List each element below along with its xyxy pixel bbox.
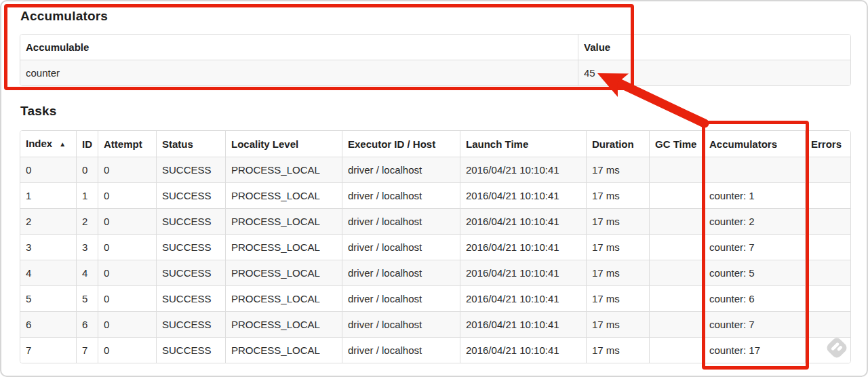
table-cell: counter: 2 bbox=[703, 208, 805, 234]
spark-stage-detail-page: Accumulators AccumulableValue counter45 … bbox=[0, 0, 868, 377]
table-cell: 17 ms bbox=[586, 260, 649, 285]
table-cell bbox=[805, 157, 850, 182]
table-cell bbox=[703, 157, 805, 182]
table-cell: PROCESS_LOCAL bbox=[225, 337, 342, 363]
table-cell: driver / localhost bbox=[342, 157, 460, 182]
column-header-label: Value bbox=[584, 41, 610, 53]
table-header-row: Index▲IDAttemptStatusLocality LevelExecu… bbox=[20, 131, 850, 157]
table-cell: 2 bbox=[20, 208, 76, 234]
column-header-attempt[interactable]: Attempt bbox=[98, 131, 156, 157]
table-cell: 2016/04/21 10:10:41 bbox=[460, 208, 586, 234]
table-row: 110SUCCESSPROCESS_LOCALdriver / localhos… bbox=[20, 182, 850, 208]
table-cell: driver / localhost bbox=[342, 285, 460, 311]
table-cell bbox=[649, 234, 703, 260]
table-cell: 0 bbox=[98, 234, 156, 260]
table-cell: 1 bbox=[76, 182, 98, 208]
table-cell: 0 bbox=[98, 260, 156, 285]
table-cell: counter bbox=[20, 60, 578, 85]
column-header-label: Locality Level bbox=[231, 138, 298, 150]
table-cell: SUCCESS bbox=[156, 234, 225, 260]
table-cell: 17 ms bbox=[586, 208, 649, 234]
table-row: 440SUCCESSPROCESS_LOCALdriver / localhos… bbox=[20, 260, 850, 285]
table-cell: 3 bbox=[20, 234, 76, 260]
tasks-section-heading: Tasks bbox=[20, 104, 56, 119]
table-cell: 45 bbox=[578, 60, 850, 85]
table-cell: 4 bbox=[76, 260, 98, 285]
table-row: 000SUCCESSPROCESS_LOCALdriver / localhos… bbox=[20, 157, 850, 182]
table-cell: PROCESS_LOCAL bbox=[225, 182, 342, 208]
table-cell: 4 bbox=[20, 260, 76, 285]
column-header-status[interactable]: Status bbox=[156, 131, 225, 157]
table-cell: 2016/04/21 10:10:41 bbox=[460, 182, 586, 208]
column-header-label: Index bbox=[26, 138, 52, 149]
table-cell: counter: 5 bbox=[703, 260, 805, 285]
table-cell: 1 bbox=[20, 182, 76, 208]
table-cell: SUCCESS bbox=[156, 208, 225, 234]
table-cell: 17 ms bbox=[586, 311, 649, 337]
table-header-row: AccumulableValue bbox=[20, 35, 850, 60]
table-cell: SUCCESS bbox=[156, 311, 225, 337]
column-header-duration[interactable]: Duration bbox=[586, 131, 649, 157]
table-cell: counter: 1 bbox=[703, 182, 805, 208]
column-header-executor-id-host[interactable]: Executor ID / Host bbox=[342, 131, 460, 157]
table-cell bbox=[649, 311, 703, 337]
table-cell bbox=[649, 260, 703, 285]
column-header-locality-level[interactable]: Locality Level bbox=[225, 131, 342, 157]
table-cell: driver / localhost bbox=[342, 182, 460, 208]
column-header-label: Launch Time bbox=[466, 138, 528, 150]
table-cell: 2016/04/21 10:10:41 bbox=[460, 311, 586, 337]
table-cell: 5 bbox=[76, 285, 98, 311]
table-cell bbox=[649, 157, 703, 182]
feedly-icon[interactable] bbox=[825, 336, 849, 360]
table-cell: driver / localhost bbox=[342, 260, 460, 285]
table-cell: 2016/04/21 10:10:41 bbox=[460, 337, 586, 363]
accumulators-section-heading: Accumulators bbox=[20, 9, 108, 24]
table-cell bbox=[805, 260, 850, 285]
table-cell: SUCCESS bbox=[156, 285, 225, 311]
table-cell: 0 bbox=[76, 157, 98, 182]
column-header-accumulable: Accumulable bbox=[20, 35, 578, 60]
table-cell bbox=[649, 285, 703, 311]
table-cell bbox=[649, 182, 703, 208]
table-cell: 2016/04/21 10:10:41 bbox=[460, 260, 586, 285]
column-header-label: Accumulators bbox=[709, 138, 777, 150]
column-header-errors[interactable]: Errors bbox=[805, 131, 850, 157]
table-cell: PROCESS_LOCAL bbox=[225, 234, 342, 260]
table-cell: driver / localhost bbox=[342, 208, 460, 234]
column-header-label: Errors bbox=[811, 138, 842, 150]
table-row: 660SUCCESSPROCESS_LOCALdriver / localhos… bbox=[20, 311, 850, 337]
table-cell: PROCESS_LOCAL bbox=[225, 260, 342, 285]
table-cell: 3 bbox=[76, 234, 98, 260]
table-cell: 2016/04/21 10:10:41 bbox=[460, 157, 586, 182]
table-cell: 0 bbox=[98, 285, 156, 311]
column-header-label: Accumulable bbox=[26, 41, 89, 53]
table-cell: 5 bbox=[20, 285, 76, 311]
column-header-accumulators[interactable]: Accumulators bbox=[703, 131, 805, 157]
table-cell bbox=[805, 234, 850, 260]
sort-ascending-icon: ▲ bbox=[59, 140, 66, 148]
column-header-index[interactable]: Index▲ bbox=[20, 131, 76, 157]
table-cell: counter: 7 bbox=[703, 311, 805, 337]
column-header-label: Executor ID / Host bbox=[348, 138, 435, 150]
table-cell bbox=[649, 208, 703, 234]
table-cell: SUCCESS bbox=[156, 182, 225, 208]
table-cell: 17 ms bbox=[586, 337, 649, 363]
column-header-label: ID bbox=[82, 138, 92, 150]
table-cell: 2 bbox=[76, 208, 98, 234]
column-header-gc-time[interactable]: GC Time bbox=[649, 131, 703, 157]
table-cell: driver / localhost bbox=[342, 337, 460, 363]
table-cell: 6 bbox=[20, 311, 76, 337]
table-cell: 0 bbox=[98, 208, 156, 234]
table-cell: 17 ms bbox=[586, 285, 649, 311]
table-cell: SUCCESS bbox=[156, 260, 225, 285]
column-header-id[interactable]: ID bbox=[76, 131, 98, 157]
table-row: 770SUCCESSPROCESS_LOCALdriver / localhos… bbox=[20, 337, 850, 363]
table-cell: PROCESS_LOCAL bbox=[225, 157, 342, 182]
table-cell: PROCESS_LOCAL bbox=[225, 311, 342, 337]
column-header-launch-time[interactable]: Launch Time bbox=[460, 131, 586, 157]
table-cell: 0 bbox=[98, 157, 156, 182]
column-header-label: GC Time bbox=[655, 138, 696, 150]
column-header-label: Attempt bbox=[104, 138, 142, 150]
table-cell bbox=[649, 337, 703, 363]
table-cell: 6 bbox=[76, 311, 98, 337]
